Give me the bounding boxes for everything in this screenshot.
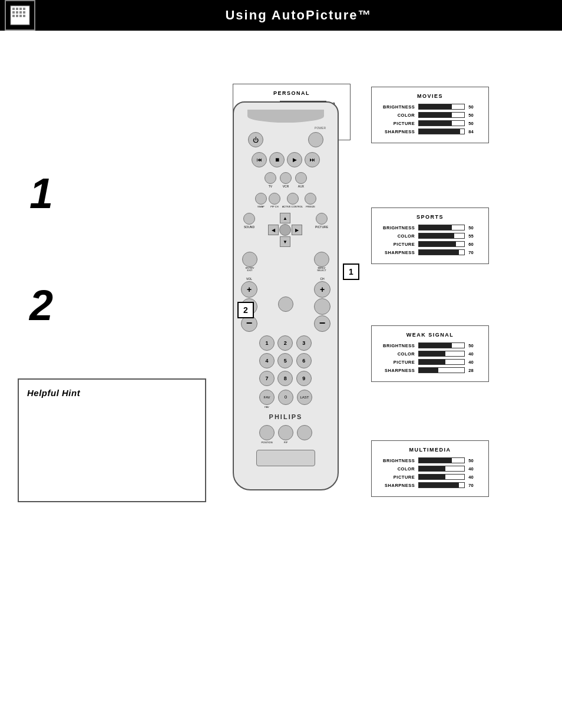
movies-picture-bar: [418, 120, 465, 126]
remote-screen: [256, 450, 315, 466]
multimedia-picture-label: PICTURE: [380, 475, 415, 480]
freeze-button[interactable]: [305, 193, 316, 205]
movies-title: MOVIES: [380, 93, 480, 99]
number-grid: 1 2 3 4 5 6 7 8 9: [259, 335, 312, 386]
ch-plus-button[interactable]: +: [314, 281, 330, 298]
sound-picture-row: SOUND ▲ ▼ ◀ ▶ PICTURE: [239, 213, 333, 247]
power-button[interactable]: [308, 132, 323, 147]
pip-small-button[interactable]: [278, 425, 293, 440]
enter-menu-row: ENTER/EXIT MENU/SELECT: [239, 252, 333, 272]
dpad-right[interactable]: ▶: [292, 225, 302, 235]
sports-picture-bar: [418, 241, 465, 247]
movies-row-color: COLOR 50: [380, 112, 480, 118]
vcr-button[interactable]: [280, 172, 292, 184]
multimedia-panel: MULTIMEDIA BRIGHTNESS 50 COLOR 40 PICTUR…: [371, 440, 489, 497]
position-button[interactable]: [259, 425, 275, 440]
size-button[interactable]: [297, 425, 312, 440]
num-1-button[interactable]: 1: [259, 335, 275, 351]
multimedia-color-label: COLOR: [380, 466, 415, 472]
special-row: FAV FAV 0 LAST: [259, 390, 312, 409]
movies-brightness-value: 50: [468, 104, 480, 110]
sports-color-bar: [418, 233, 465, 239]
movies-sharpness-bar: [418, 129, 465, 134]
dpad-center[interactable]: [279, 224, 291, 236]
fav-button[interactable]: FAV: [259, 390, 275, 405]
multimedia-color-bar: [418, 466, 465, 472]
num-5-button[interactable]: 5: [277, 353, 293, 368]
step-1-number: 1: [29, 172, 53, 215]
rewind-button[interactable]: ⏮: [252, 152, 267, 167]
sports-picture-label: PICTURE: [380, 242, 415, 247]
weak-signal-sharpness-label: SHARPNESS: [380, 368, 415, 373]
weak-signal-sharpness-value: 28: [468, 368, 480, 373]
ch-minus-button[interactable]: −: [314, 315, 330, 332]
tv-button[interactable]: [265, 172, 276, 184]
movies-brightness-bar: [418, 104, 465, 110]
pip-bottom-row: POSITION PIP: [259, 425, 312, 444]
multimedia-row-sharpness: SHARPNESS 70: [380, 482, 480, 488]
num-9-button[interactable]: 9: [296, 371, 312, 386]
standby-button[interactable]: ⏻: [248, 132, 263, 147]
stop-button[interactable]: ⏹: [269, 152, 285, 167]
weak-signal-color-bar: [418, 351, 465, 357]
svg-rect-7: [19, 11, 22, 14]
svg-rect-5: [12, 11, 15, 14]
vcr-label: VCR: [283, 185, 289, 188]
transport-row: ⏮ ⏹ ▶ ⏭: [252, 152, 320, 167]
dpad-left[interactable]: ◀: [268, 225, 279, 235]
multimedia-row-brightness: BRIGHTNESS 50: [380, 457, 480, 463]
num-4-button[interactable]: 4: [259, 353, 275, 368]
helpful-hint-box: Helpful Hint: [18, 378, 206, 502]
menu-select-button[interactable]: [314, 252, 329, 267]
last-button[interactable]: LAST: [297, 390, 312, 405]
svg-rect-9: [12, 15, 15, 17]
swap-button[interactable]: [255, 193, 267, 205]
sports-panel: SPORTS BRIGHTNESS 50 COLOR 55 PICTURE 60…: [371, 207, 489, 264]
fastforward-button[interactable]: ⏭: [305, 152, 320, 167]
multimedia-brightness-label: BRIGHTNESS: [380, 458, 415, 463]
multimedia-row-color: COLOR 40: [380, 466, 480, 472]
aux-btn-group: AUX: [295, 172, 307, 188]
num-3-button[interactable]: 3: [296, 335, 312, 351]
multimedia-brightness-bar: [418, 457, 465, 463]
philips-brand: PHILIPS: [269, 413, 303, 420]
weak-signal-brightness-bar: [418, 342, 465, 348]
main-content: 1 2 PERSONAL BRIGHTNESS 48 COLOR 41 PICT…: [0, 31, 562, 728]
enter-exit-button[interactable]: [242, 252, 257, 267]
aux-button[interactable]: [295, 172, 307, 184]
weak-signal-picture-bar: [418, 359, 465, 365]
sound-button[interactable]: [243, 213, 255, 225]
sports-row-sharpness: SHARPNESS 70: [380, 249, 480, 255]
multimedia-title: MULTIMEDIA: [380, 447, 480, 453]
vcr-btn-group: VCR: [280, 172, 292, 188]
multimedia-picture-bar: [418, 474, 465, 480]
aux-label: AUX: [298, 185, 304, 188]
sports-picture-value: 60: [468, 242, 480, 247]
dpad-down[interactable]: ▼: [280, 236, 290, 247]
sports-sharpness-value: 70: [468, 250, 480, 255]
page-title: Using AutoPicture™: [35, 8, 562, 23]
vol-plus-button[interactable]: +: [241, 281, 257, 298]
weak-signal-row-color: COLOR 40: [380, 351, 480, 357]
num-7-button[interactable]: 7: [259, 371, 275, 386]
active-control-button[interactable]: [287, 193, 299, 205]
sports-row-color: COLOR 55: [380, 233, 480, 239]
svg-rect-3: [19, 8, 22, 10]
dpad-up[interactable]: ▲: [280, 213, 290, 223]
play-button[interactable]: ▶: [287, 152, 302, 167]
num-0-button[interactable]: 0: [278, 390, 293, 405]
ch-blank-button[interactable]: [314, 298, 330, 315]
num-2-button[interactable]: 2: [277, 335, 293, 351]
num-8-button[interactable]: 8: [277, 371, 293, 386]
power-row: POWER: [239, 126, 333, 130]
svg-rect-11: [19, 15, 22, 17]
multimedia-picture-value: 40: [468, 475, 480, 480]
remote-control: POWER ⏻ ⏮ ⏹ ▶ ⏭ TV VCR AUX: [233, 101, 339, 490]
num-6-button[interactable]: 6: [296, 353, 312, 368]
movies-picture-label: PICTURE: [380, 121, 415, 126]
callout-badge-1: 1: [343, 263, 359, 280]
picture-button[interactable]: [316, 213, 328, 225]
pip-ch-button[interactable]: [269, 193, 280, 205]
mode-buttons-row: TV VCR AUX: [265, 172, 307, 188]
mute-center-button[interactable]: [278, 297, 293, 312]
